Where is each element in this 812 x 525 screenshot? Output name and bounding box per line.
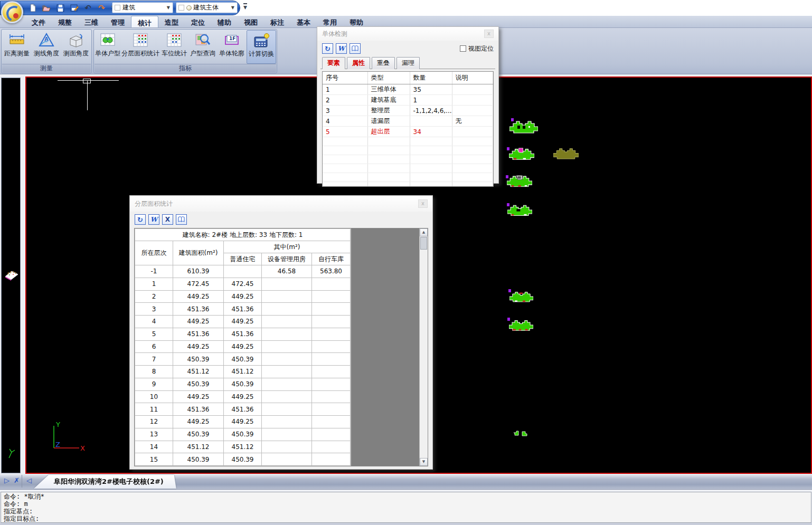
unit-query-button[interactable]: 户型查询 [188,30,217,64]
scroll-up-icon[interactable]: ▲ [420,228,428,236]
building-fragment[interactable] [513,430,529,437]
open-file-icon[interactable] [41,3,52,14]
parking-stats-button[interactable]: 车位统计 [160,30,188,64]
area-table-region[interactable]: 建筑名称: 2#楼 地上层数: 33 地下层数: 1 所在层次 建筑面积(m²)… [134,228,428,466]
table-row[interactable]: 5451.36451.36 [135,328,351,340]
menu-item-annotate[interactable]: 标注 [264,16,290,27]
table-row-empty[interactable] [323,146,493,155]
line-angle-button[interactable]: A 测线角度 [32,30,61,64]
table-row-empty[interactable] [323,137,493,146]
save-as-icon[interactable] [69,3,80,14]
column-header[interactable]: 类型 [367,72,410,84]
menu-item-assist[interactable]: 辅助 [211,16,238,27]
floor-area-stats-button[interactable]: 分层面积统计 [121,30,160,64]
menu-item-help[interactable]: 帮助 [343,16,370,27]
menu-item-common[interactable]: 常用 [317,16,343,27]
table-row[interactable]: 9450.39450.39 [135,378,351,390]
menu-item-check[interactable]: 核计 [131,16,158,27]
table-row[interactable]: 12449.25449.25 [135,416,351,428]
document-tab[interactable]: 阜阳华润双清湾2#楼电子校核(2#) [34,475,176,489]
table-row[interactable]: 2449.25449.25 [135,290,351,303]
vertical-scrollbar[interactable]: ▲ ▼ [419,228,428,466]
excel-export-icon[interactable]: X [162,214,173,225]
save-icon[interactable] [55,3,66,14]
table-row[interactable]: 4449.25449.25 [135,316,351,328]
word-export-icon[interactable]: W [336,43,347,54]
tab-overlap[interactable]: 重叠 [372,57,395,69]
column-header[interactable]: 序号 [323,72,367,84]
column-header[interactable]: 普通住宅 [224,253,262,265]
building-footprint-olive[interactable] [553,147,579,159]
floor-area-table[interactable]: 建筑名称: 2#楼 地上层数: 33 地下层数: 1 所在层次 建筑面积(m²)… [135,228,351,466]
book-icon[interactable] [176,214,187,225]
book-icon[interactable] [350,43,361,54]
tab-scroll-right-icon[interactable]: ▷ [4,477,10,484]
checkbox-icon[interactable] [460,45,466,52]
toolbar-overflow-icon[interactable]: ▼ [243,3,247,10]
menu-item-3d[interactable]: 三维 [78,16,105,27]
table-row[interactable]: 7450.39450.39 [135,353,351,366]
menu-item-file[interactable]: 文件 [25,16,52,27]
distance-measure-button[interactable]: 距离测量 [2,30,32,64]
redo-icon[interactable]: ↷ [96,3,107,14]
tab-attributes[interactable]: 属性 [347,57,370,69]
table-row[interactable]: 4遗漏层 无 [323,116,493,127]
monomer-check-dialog[interactable]: 单体检测 x ↻ W 视图定位 要素 属性 重叠 漏理 [317,26,499,184]
building-footprint[interactable] [509,120,538,133]
table-row[interactable]: 14451.12451.12 [135,441,351,453]
tab-close-icon[interactable]: ✗ [14,477,20,484]
entity-combobox[interactable]: 建筑主体 ▼ [176,2,238,13]
table-row[interactable]: 1三维单体35 [323,84,493,95]
table-row[interactable]: 1472.45472.45 [135,278,351,290]
scrollbar-thumb[interactable] [420,237,427,250]
column-header[interactable]: 自行车库 [312,253,351,265]
table-row[interactable]: 3整理层-1,1,2,4,6,... [323,106,493,116]
table-row-empty[interactable] [323,182,493,187]
tab-scroll-left-icon[interactable]: ◁ [26,477,32,484]
table-row[interactable]: 8451.12451.12 [135,366,351,378]
column-header[interactable]: 设备管理用房 [262,253,312,265]
close-icon[interactable]: x [484,30,494,38]
table-row[interactable]: 3451.36451.36 [135,303,351,316]
table-row[interactable]: 10449.25449.25 [135,390,351,403]
face-angle-button[interactable]: 测面角度 [61,30,91,64]
table-row[interactable]: 11451.36451.36 [135,403,351,416]
menu-item-basic[interactable]: 基本 [290,16,317,27]
refresh-icon[interactable]: ↻ [135,214,146,225]
menu-item-normalize[interactable]: 规整 [52,16,78,27]
menu-item-view[interactable]: 视图 [238,16,264,27]
monomer-unit-button[interactable]: 单体户型 [95,30,121,64]
menu-item-model[interactable]: 造型 [158,16,185,27]
column-header-group[interactable]: 其中(m²) [224,241,351,253]
building-footprint[interactable] [507,174,532,188]
chevron-down-icon[interactable]: ▼ [231,5,234,10]
table-row[interactable]: 15450.39450.39 [135,453,351,466]
word-export-icon[interactable]: W [148,214,159,225]
building-footprint[interactable] [509,319,533,331]
table-row-empty[interactable] [323,155,493,164]
menu-item-manage[interactable]: 管理 [105,16,131,27]
column-header[interactable]: 所在层次 [135,241,173,265]
refresh-icon[interactable]: ↻ [322,43,333,54]
table-row[interactable]: 5超出层34 [323,127,493,137]
secondary-viewport[interactable] [1,78,21,473]
calc-switch-button[interactable]: 计算切换 [247,30,276,64]
scroll-down-icon[interactable]: ▼ [420,458,428,466]
table-row[interactable]: 2建筑基底1 [323,95,493,106]
view-locate-checkbox[interactable]: 视图定位 [460,44,494,53]
undo-icon[interactable]: ↶ [82,3,93,14]
building-footprint[interactable] [507,203,532,217]
table-row[interactable]: -1610.39 46.58563.80 [135,265,351,278]
table-row[interactable]: 13450.39450.39 [135,428,351,441]
chevron-down-icon[interactable]: ▼ [167,5,170,10]
menu-item-locate[interactable]: 定位 [185,16,211,27]
column-header[interactable]: 建筑面积(m²) [173,241,224,265]
new-file-icon[interactable] [27,3,39,14]
command-line-panel[interactable]: 命令: *取消* 命令: m 指定基点: 指定目标点: 命令: [1,492,811,523]
dialog-titlebar[interactable]: 单体检测 x [317,27,498,41]
dialog-titlebar[interactable]: 分层面积统计 x [130,196,432,212]
floor-area-dialog[interactable]: 分层面积统计 x ↻ W X 建筑名称: 2#楼 地上层数: 33 地下层数: … [129,195,433,470]
monomer-outline-button[interactable]: 1F 单体轮廓 [217,30,247,64]
column-header[interactable]: 说明 [452,72,493,84]
table-row[interactable]: 6449.25449.25 [135,340,351,353]
